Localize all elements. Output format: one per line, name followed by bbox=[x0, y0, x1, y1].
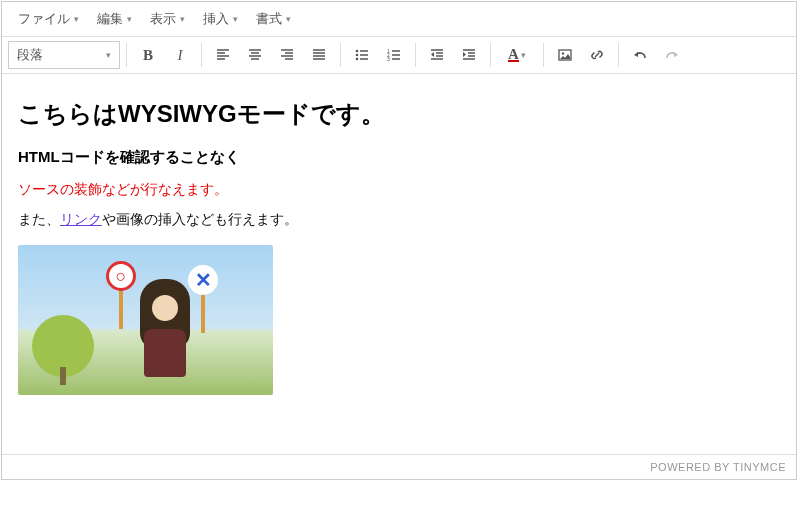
image-trunk bbox=[60, 367, 66, 385]
italic-button[interactable]: I bbox=[165, 41, 195, 69]
chevron-down-icon: ▾ bbox=[106, 50, 111, 60]
bullet-list-button[interactable] bbox=[347, 41, 377, 69]
image-icon bbox=[557, 47, 573, 63]
separator bbox=[618, 43, 619, 67]
para-before: また、 bbox=[18, 211, 60, 227]
indent-button[interactable] bbox=[454, 41, 484, 69]
chevron-down-icon: ▾ bbox=[233, 14, 238, 24]
italic-icon: I bbox=[178, 47, 183, 64]
menu-edit[interactable]: 編集 ▾ bbox=[89, 6, 140, 32]
content-image[interactable]: ○ ✕ bbox=[18, 245, 273, 395]
separator bbox=[126, 43, 127, 67]
indent-icon bbox=[461, 47, 477, 63]
menubar: ファイル ▾ 編集 ▾ 表示 ▾ 挿入 ▾ 書式 ▾ bbox=[2, 2, 796, 37]
align-justify-button[interactable] bbox=[304, 41, 334, 69]
svg-text:3: 3 bbox=[387, 56, 390, 62]
menu-label: 編集 bbox=[97, 10, 123, 28]
menu-view[interactable]: 表示 ▾ bbox=[142, 6, 193, 32]
bold-icon: B bbox=[143, 47, 153, 64]
content-subheading: HTMLコードを確認することなく bbox=[18, 148, 780, 167]
text-color-icon: A bbox=[508, 48, 519, 62]
bold-button[interactable]: B bbox=[133, 41, 163, 69]
menu-format[interactable]: 書式 ▾ bbox=[248, 6, 299, 32]
numbered-list-icon: 123 bbox=[386, 47, 402, 63]
content-link[interactable]: リンク bbox=[60, 211, 102, 227]
undo-button[interactable] bbox=[625, 41, 655, 69]
menu-insert[interactable]: 挿入 ▾ bbox=[195, 6, 246, 32]
content-red-line: ソースの装飾などが行なえます。 bbox=[18, 181, 780, 199]
svg-point-2 bbox=[356, 58, 359, 61]
image-stick bbox=[201, 293, 205, 333]
link-button[interactable] bbox=[582, 41, 612, 69]
svg-point-7 bbox=[562, 52, 564, 54]
image-button[interactable] bbox=[550, 41, 580, 69]
para-after: や画像の挿入なども行えます。 bbox=[102, 211, 298, 227]
numbered-list-button[interactable]: 123 bbox=[379, 41, 409, 69]
content-paragraph: また、リンクや画像の挿入なども行えます。 bbox=[18, 211, 780, 229]
chevron-down-icon: ▾ bbox=[180, 14, 185, 24]
toolbar: 段落 ▾ B I 123 bbox=[2, 37, 796, 74]
svg-point-1 bbox=[356, 54, 359, 57]
separator bbox=[340, 43, 341, 67]
svg-point-0 bbox=[356, 50, 359, 53]
align-left-button[interactable] bbox=[208, 41, 238, 69]
editor-content[interactable]: こちらはWYSIWYGモードです。 HTMLコードを確認することなく ソースの装… bbox=[2, 74, 796, 454]
image-girl bbox=[130, 269, 200, 389]
footer-text: POWERED BY TINYMCE bbox=[650, 461, 786, 473]
align-center-icon bbox=[247, 47, 263, 63]
align-left-icon bbox=[215, 47, 231, 63]
menu-label: 書式 bbox=[256, 10, 282, 28]
separator bbox=[543, 43, 544, 67]
align-center-button[interactable] bbox=[240, 41, 270, 69]
chevron-down-icon: ▾ bbox=[74, 14, 79, 24]
redo-button[interactable] bbox=[657, 41, 687, 69]
undo-icon bbox=[632, 47, 648, 63]
outdent-icon bbox=[429, 47, 445, 63]
chevron-down-icon: ▾ bbox=[521, 50, 526, 60]
format-select-label: 段落 bbox=[17, 46, 43, 64]
separator bbox=[490, 43, 491, 67]
separator bbox=[201, 43, 202, 67]
outdent-button[interactable] bbox=[422, 41, 452, 69]
chevron-down-icon: ▾ bbox=[286, 14, 291, 24]
menu-file[interactable]: ファイル ▾ bbox=[10, 6, 87, 32]
format-select[interactable]: 段落 ▾ bbox=[8, 41, 120, 69]
content-heading: こちらはWYSIWYGモードです。 bbox=[18, 98, 780, 130]
link-icon bbox=[589, 47, 605, 63]
image-stick bbox=[119, 289, 123, 329]
separator bbox=[415, 43, 416, 67]
menu-label: ファイル bbox=[18, 10, 70, 28]
editor-container: ファイル ▾ 編集 ▾ 表示 ▾ 挿入 ▾ 書式 ▾ 段落 ▾ B I bbox=[1, 1, 797, 480]
editor-footer: POWERED BY TINYMCE bbox=[2, 454, 796, 479]
align-justify-icon bbox=[311, 47, 327, 63]
menu-label: 表示 bbox=[150, 10, 176, 28]
redo-icon bbox=[664, 47, 680, 63]
align-right-button[interactable] bbox=[272, 41, 302, 69]
align-right-icon bbox=[279, 47, 295, 63]
bullet-list-icon bbox=[354, 47, 370, 63]
menu-label: 挿入 bbox=[203, 10, 229, 28]
chevron-down-icon: ▾ bbox=[127, 14, 132, 24]
text-color-button[interactable]: A ▾ bbox=[497, 41, 537, 69]
